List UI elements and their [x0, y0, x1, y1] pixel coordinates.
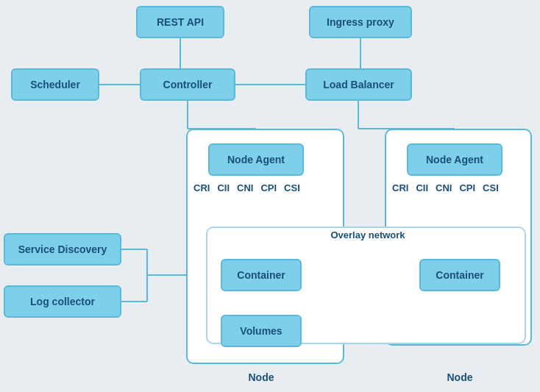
node-label-1: Node — [232, 371, 291, 383]
overlay-network-label: Overlay network — [294, 229, 441, 240]
interface-labels-1: CRI CII CNI CPI CSI — [193, 182, 300, 193]
volumes-box: Volumes — [221, 315, 302, 347]
node-label-2: Node — [430, 371, 489, 383]
service-discovery-box: Service Discovery — [4, 233, 121, 266]
node-agent-1-box: Node Agent — [208, 143, 304, 176]
container-2-box: Container — [419, 259, 500, 291]
rest-api-box: REST API — [136, 6, 224, 38]
container-1-box: Container — [221, 259, 302, 291]
interface-labels-2: CRI CII CNI CPI CSI — [392, 182, 499, 193]
architecture-diagram: REST API Ingress proxy Scheduler Control… — [0, 0, 540, 392]
scheduler-box: Scheduler — [11, 68, 99, 101]
node-agent-2-box: Node Agent — [407, 143, 502, 176]
ingress-proxy-box: Ingress proxy — [309, 6, 412, 38]
controller-box: Controller — [140, 68, 235, 101]
load-balancer-box: Load Balancer — [305, 68, 412, 101]
log-collector-box: Log collector — [4, 285, 121, 318]
